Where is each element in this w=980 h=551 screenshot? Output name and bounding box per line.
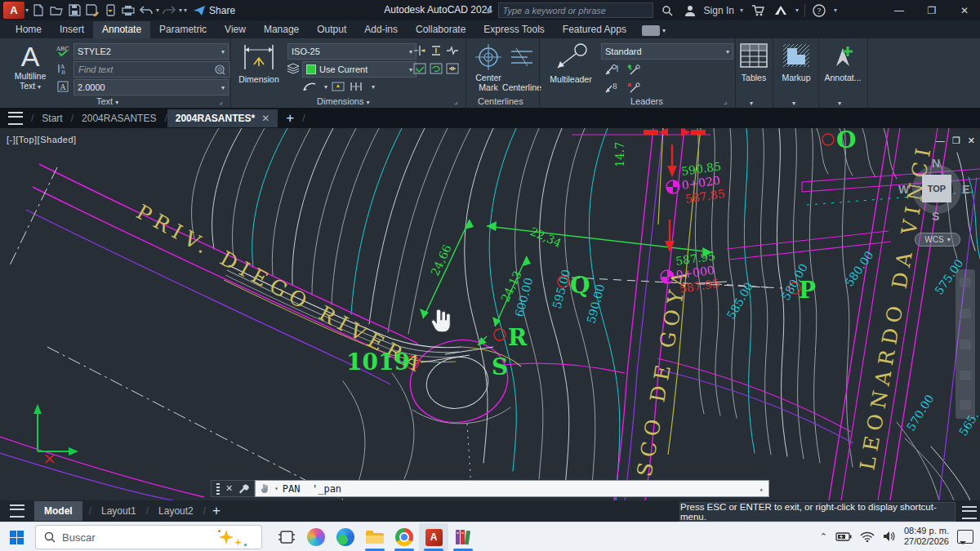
autocad-taskbar-icon[interactable]: A (419, 523, 448, 551)
multileader-button[interactable]: Multileader (546, 43, 596, 84)
qat-customize-caret-icon[interactable]: ▾ (184, 7, 187, 14)
tray-expand-icon[interactable]: ⌃ (820, 531, 827, 542)
text-panel-label[interactable]: Text ▾ (96, 96, 118, 106)
leader-align-icon[interactable]: 8 (604, 81, 619, 94)
navigation-bar[interactable] (956, 269, 975, 419)
status-customize-icon[interactable] (962, 506, 977, 519)
dim-adjust-space-icon[interactable] (429, 44, 443, 57)
chrome-icon[interactable] (390, 523, 419, 551)
file-tab-2004rasantes[interactable]: 2004RASANTES (74, 109, 164, 127)
drawing-canvas[interactable]: PRIV. DIEGO RIVERA SCO DE GOYA LEONARDO … (0, 128, 980, 500)
tab-featured-apps[interactable]: Featured Apps (554, 21, 635, 38)
tables-button[interactable]: Tables (737, 43, 770, 82)
new-layout-button[interactable]: + (212, 503, 220, 519)
customize-wrench-icon[interactable] (238, 483, 249, 494)
nav-zoom-icon[interactable] (960, 340, 971, 349)
find-magnifier-icon[interactable] (215, 64, 225, 75)
viewcube-east[interactable]: E (962, 183, 969, 196)
battery-icon[interactable] (835, 531, 852, 541)
command-close-icon[interactable]: ✕ (225, 483, 233, 494)
new-file-icon[interactable] (29, 2, 47, 19)
open-file-icon[interactable] (47, 2, 65, 19)
tab-annotate[interactable]: Annotate (93, 21, 150, 38)
viewport-controls[interactable]: [-][Top][Shaded] (7, 135, 77, 144)
autodesk-logo-icon[interactable] (772, 2, 790, 19)
drawing-viewport[interactable]: PRIV. DIEGO RIVERA SCO DE GOYA LEONARDO … (0, 128, 980, 500)
taskbar-search-input[interactable]: Buscar (35, 525, 262, 549)
command-line-grip[interactable]: ✕ (211, 480, 255, 497)
search-icon[interactable] (658, 2, 676, 19)
text-style-combo[interactable]: STYLE2▾ (74, 43, 229, 60)
new-drawing-tab-button[interactable]: + (286, 110, 294, 127)
redo-caret-icon[interactable]: ▾ (179, 7, 182, 14)
dimensions-panel-label[interactable]: Dimensions ▾ (317, 96, 370, 106)
keyword-search-input[interactable]: Type a keyword or phrase (498, 2, 653, 18)
grip-handle-icon[interactable] (216, 483, 220, 495)
dim-override-icon[interactable] (429, 62, 443, 75)
tab-addins[interactable]: Add-ins (355, 21, 407, 38)
dim-update-icon[interactable] (412, 62, 427, 75)
help-caret-icon[interactable]: ▾ (834, 7, 837, 14)
dimension-button[interactable]: Dimension (235, 43, 283, 84)
dim-jogline-icon[interactable] (445, 44, 460, 57)
leaders-panel-label[interactable]: Leaders (630, 96, 663, 106)
autodesk-caret-icon[interactable]: ▾ (795, 7, 799, 14)
cart-icon[interactable] (749, 2, 767, 19)
viewcube-north[interactable]: N (932, 157, 940, 170)
ribbon-display-toggle[interactable]: ▾ (642, 25, 666, 36)
annotative-panel-caret[interactable]: ▾ (838, 97, 841, 107)
continue-dim-caret-icon[interactable]: ▾ (366, 80, 381, 93)
file-tab-start[interactable]: Start (33, 109, 70, 127)
quick-dim-icon[interactable] (331, 80, 345, 93)
tab-parametric[interactable]: Parametric (150, 21, 216, 38)
search-expand-icon[interactable]: ▶ (488, 7, 493, 15)
leaders-panel-expander-icon[interactable]: ⌟ (724, 97, 727, 105)
dim-layer-combo[interactable]: Use Current▾ (302, 61, 416, 78)
nav-motion-icon[interactable] (960, 400, 971, 410)
spell-check-icon[interactable]: ABC (56, 44, 70, 57)
undo-icon[interactable] (137, 2, 155, 19)
wcs-menu[interactable]: WCS▾ (915, 233, 960, 247)
edge-icon[interactable] (331, 523, 360, 551)
tab-manage[interactable]: Manage (255, 21, 308, 38)
tab-home[interactable]: Home (7, 21, 51, 38)
tab-model[interactable]: Model (34, 501, 82, 521)
file-explorer-icon[interactable] (360, 523, 390, 551)
plot-icon[interactable] (119, 2, 137, 19)
command-line-input[interactable]: ▾ PAN '_pan ▴ (255, 480, 769, 497)
winrar-icon[interactable] (448, 523, 478, 551)
tables-panel-caret[interactable]: ▾ (750, 97, 753, 107)
dim-style-combo[interactable]: ISO-25▾ (287, 43, 416, 60)
save-icon[interactable] (65, 2, 83, 19)
annotative-button[interactable]: Annotat... (822, 43, 864, 82)
tab-express-tools[interactable]: Express Tools (474, 21, 553, 38)
close-button[interactable]: ✕ (951, 0, 978, 20)
multileader-style-combo[interactable]: Standard▾ (601, 43, 733, 60)
tab-layout2[interactable]: Layout2 (149, 501, 203, 521)
save-as-icon[interactable] (83, 2, 101, 19)
taskbar-clock[interactable]: 08:49 p. m. 27/02/2026 (904, 526, 949, 547)
tab-view[interactable]: View (216, 21, 255, 38)
command-history-caret-icon[interactable]: ▾ (274, 485, 278, 492)
text-height-combo[interactable]: 2.0000▾ (74, 79, 229, 96)
file-tabs-menu-icon[interactable] (8, 112, 23, 125)
copilot-icon[interactable] (301, 523, 331, 551)
vp-restore-icon[interactable]: ❐ (952, 136, 960, 146)
minimize-button[interactable]: — (885, 0, 913, 20)
notification-center-icon[interactable] (957, 530, 973, 544)
sign-in-button[interactable]: Sign In (704, 5, 734, 16)
layout-menu-icon[interactable] (10, 504, 24, 518)
speaker-icon[interactable] (883, 531, 896, 542)
app-menu-caret-icon[interactable]: ▾ (25, 7, 29, 14)
find-text-input[interactable]: Find text (74, 61, 230, 78)
dim-reassociate-icon[interactable] (445, 62, 460, 75)
dim-break-icon[interactable] (412, 44, 427, 57)
nav-pan-icon[interactable] (960, 309, 971, 318)
autocad-app-icon[interactable]: A (3, 2, 24, 19)
nav-orbit-icon[interactable] (960, 371, 971, 380)
vp-minimize-icon[interactable]: — (936, 136, 945, 146)
leader-remove-icon[interactable] (626, 81, 640, 94)
viewcube-west[interactable]: W (898, 183, 909, 196)
nav-fullnav-icon[interactable] (960, 278, 971, 287)
sign-in-caret-icon[interactable]: ▾ (740, 7, 743, 14)
